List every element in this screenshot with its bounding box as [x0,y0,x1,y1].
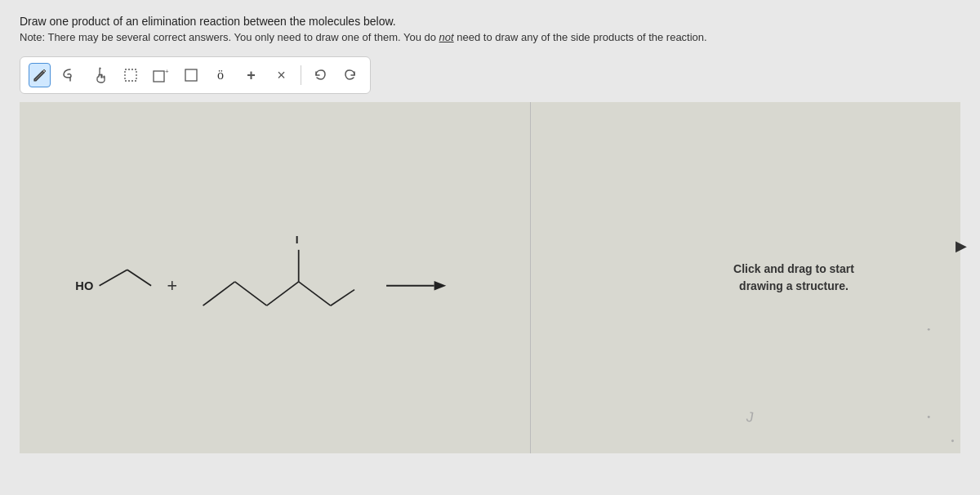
note-prefix: Note: There may be several correct answe… [20,31,439,43]
product-svg: J [531,102,960,453]
toolbar-separator [301,65,301,85]
instruction-line2: Note: There may be several correct answe… [20,31,960,43]
svg-point-20 [928,416,930,418]
svg-line-13 [299,282,331,305]
pencil-icon [33,68,47,82]
undo-icon [313,68,327,82]
svg-line-10 [267,282,299,305]
svg-rect-0 [125,69,136,81]
svg-text:J: J [745,408,755,426]
reactants-panel[interactable]: HO + I [20,102,530,453]
svg-line-5 [100,270,127,286]
atom-box-tool[interactable] [119,63,141,87]
erase-tool[interactable]: × [270,63,292,87]
hand-icon [93,67,108,83]
plus-tool[interactable]: + [240,63,262,87]
svg-text:HO: HO [75,279,93,292]
note-suffix: need to draw any of the side products of… [454,31,707,43]
lone-pairs-icon: ö [217,68,225,82]
atom-box-plus-icon: + [152,68,170,82]
svg-line-14 [331,290,354,306]
reactants-svg: HO + I [20,102,530,453]
hand-tool[interactable] [89,63,111,87]
redo-icon [343,68,358,82]
pencil-tool[interactable] [29,63,51,87]
plus-icon: + [247,67,256,84]
erase-icon: × [277,67,286,84]
atom-box-icon [123,68,138,82]
svg-text:I: I [296,234,299,246]
note-not: not [439,31,454,43]
svg-line-9 [235,282,267,305]
undo-button[interactable] [310,63,332,87]
svg-line-6 [127,270,151,286]
drawing-toolbar: + ö + × [20,56,371,94]
lone-pairs-tool[interactable]: ö [210,63,232,87]
svg-text:+: + [167,276,178,296]
main-page: Draw one product of an elimination react… [0,0,980,495]
product-panel[interactable]: Click and drag to start drawing a struct… [530,102,960,453]
drawing-area: HO + I [20,102,960,453]
atom-box-plus-tool[interactable]: + [149,63,172,87]
svg-marker-16 [434,281,447,291]
svg-text:+: + [165,68,169,75]
instruction-line1: Draw one product of an elimination react… [20,15,960,28]
lasso-icon [62,67,78,83]
svg-point-19 [951,439,954,442]
lasso-tool[interactable] [59,63,81,87]
svg-rect-3 [185,69,197,81]
svg-line-8 [203,282,235,305]
atom-box-minus-tool[interactable] [180,63,202,87]
redo-button[interactable] [340,63,362,87]
svg-rect-1 [154,71,164,82]
svg-point-18 [928,328,930,331]
atom-box-minus-icon [184,68,198,82]
